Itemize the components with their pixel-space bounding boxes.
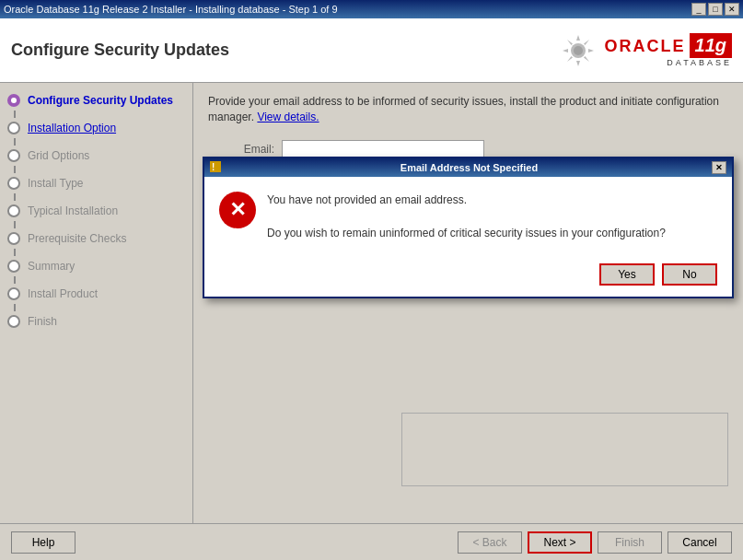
- dialog-close-button[interactable]: ✕: [712, 161, 726, 174]
- step-circle-8: [7, 287, 20, 300]
- step-circle-1: [7, 94, 20, 107]
- connector-5: [14, 221, 16, 228]
- step-circle-6: [7, 232, 20, 245]
- title-bar-controls: _ □ ✕: [691, 3, 739, 16]
- dialog-body: ✕ You have not provided an email address…: [204, 177, 732, 256]
- cancel-button[interactable]: Cancel: [668, 531, 732, 554]
- oracle-word: ORACLE: [605, 37, 686, 56]
- sidebar-item-finish: Finish: [0, 311, 192, 332]
- view-details-link[interactable]: View details.: [257, 111, 319, 123]
- sidebar-item-typical-installation: Typical Installation: [0, 201, 192, 221]
- sidebar-item-install-product: Install Product: [0, 284, 192, 304]
- dialog-message: You have not provided an email address. …: [267, 192, 666, 241]
- database-word: DATABASE: [667, 58, 732, 67]
- sidebar-item-install-type: Install Type: [0, 173, 192, 193]
- sidebar-item-installation-option[interactable]: Installation Option: [0, 118, 192, 138]
- description-text: Provide your email address to be informe…: [208, 94, 728, 125]
- email-label: Email:: [208, 143, 282, 156]
- step-circle-5: [7, 204, 20, 217]
- sidebar-item-prerequisite-checks: Prerequisite Checks: [0, 228, 192, 249]
- content-area: Configure Security Updates Installation …: [0, 83, 743, 523]
- main-window: Configure Security Updates ORACLE 11g: [0, 18, 743, 560]
- minimize-button[interactable]: _: [691, 3, 706, 16]
- dialog-line2: Do you wish to remain uninformed of crit…: [267, 225, 666, 241]
- dialog-yes-button[interactable]: Yes: [599, 263, 655, 286]
- svg-point-2: [11, 98, 17, 103]
- step-circle-9: [7, 315, 20, 328]
- header-area: Configure Security Updates ORACLE 11g: [0, 18, 743, 83]
- connector-6: [14, 249, 16, 256]
- step-circle-2: [7, 122, 20, 134]
- bottom-content-area: [401, 413, 728, 486]
- sidebar-item-configure-security-updates[interactable]: Configure Security Updates: [0, 90, 192, 111]
- close-button[interactable]: ✕: [725, 3, 739, 16]
- email-input[interactable]: [282, 140, 484, 158]
- sidebar-item-summary: Summary: [0, 256, 192, 276]
- footer: Help < Back Next > Finish Cancel: [0, 523, 743, 560]
- dialog-title-icon: !: [210, 161, 221, 174]
- dialog-line1: You have not provided an email address.: [267, 192, 666, 208]
- sidebar-item-grid-options: Grid Options: [0, 146, 192, 166]
- gear-icon: [555, 28, 601, 74]
- connector-4: [14, 193, 16, 201]
- dialog-title-text: Email Address Not Specified: [401, 162, 538, 173]
- next-button[interactable]: Next >: [528, 531, 592, 554]
- title-bar: Oracle Database 11g Release 2 Installer …: [0, 0, 743, 18]
- help-button[interactable]: Help: [11, 531, 75, 554]
- maximize-button[interactable]: □: [708, 3, 723, 16]
- connector-2: [14, 138, 16, 146]
- svg-point-1: [574, 46, 583, 55]
- oracle-logo-text: ORACLE 11g DATABASE: [605, 33, 732, 67]
- connector-8: [14, 304, 16, 311]
- dialog-buttons: Yes No: [204, 256, 732, 297]
- dialog-title-bar: ! Email Address Not Specified ✕: [204, 158, 732, 177]
- email-not-specified-dialog: ! Email Address Not Specified ✕ ✕ You ha…: [203, 157, 734, 298]
- header-title: Configure Security Updates: [11, 41, 229, 60]
- main-content: Provide your email address to be informe…: [193, 83, 743, 523]
- footer-left: Help: [11, 531, 75, 554]
- dialog-no-button[interactable]: No: [662, 263, 717, 286]
- back-button[interactable]: < Back: [458, 531, 522, 554]
- footer-right: < Back Next > Finish Cancel: [458, 531, 732, 554]
- version-badge: 11g: [690, 33, 732, 58]
- dialog-error-icon: ✕: [219, 192, 256, 228]
- title-bar-text: Oracle Database 11g Release 2 Installer …: [4, 4, 338, 15]
- email-row: Email:: [208, 140, 728, 158]
- connector-1: [14, 111, 16, 118]
- oracle-logo: ORACLE 11g DATABASE: [555, 28, 732, 74]
- step-circle-4: [7, 177, 20, 190]
- finish-button[interactable]: Finish: [598, 531, 662, 554]
- svg-text:!: !: [212, 162, 215, 172]
- connector-7: [14, 276, 16, 284]
- sidebar: Configure Security Updates Installation …: [0, 83, 193, 523]
- connector-3: [14, 166, 16, 173]
- step-circle-7: [7, 260, 20, 273]
- step-circle-3: [7, 149, 20, 162]
